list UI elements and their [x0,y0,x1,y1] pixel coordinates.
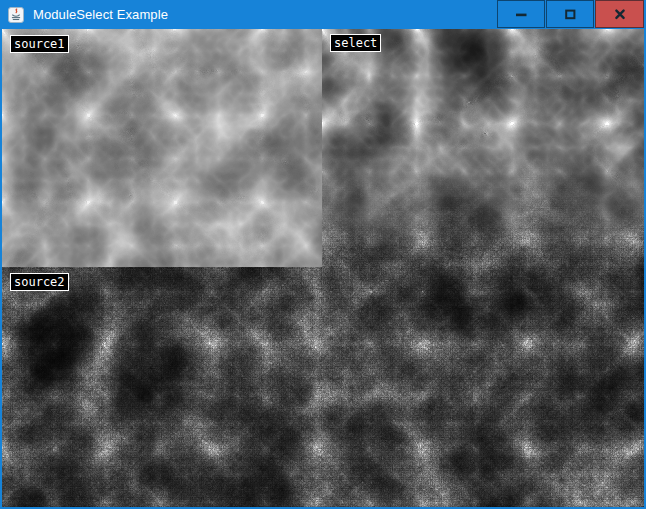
java-app-icon [8,7,24,23]
minimize-button[interactable] [497,0,545,28]
render-canvas: source1 select source2 [2,29,644,507]
select-noise-texture [322,29,644,300]
close-icon [612,6,628,22]
maximize-icon [562,6,578,22]
maximize-button[interactable] [546,0,594,28]
select-label: select [330,34,381,52]
source1-noise-texture [2,29,322,267]
source2-label: source2 [10,273,69,291]
source1-label: source1 [10,35,69,53]
titlebar[interactable]: ModuleSelect Example [0,0,646,29]
window-controls [497,0,644,28]
app-window: ModuleSelect Example [0,0,646,509]
minimize-icon [513,6,529,22]
window-title: ModuleSelect Example [33,0,168,29]
close-button[interactable] [595,0,644,28]
